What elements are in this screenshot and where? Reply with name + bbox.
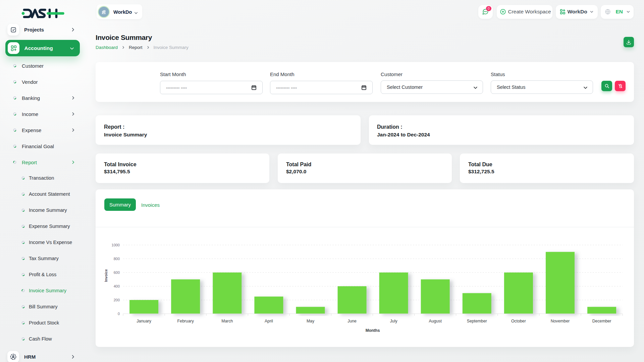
svg-text:May: May <box>307 319 315 323</box>
svg-text:0: 0 <box>118 312 120 316</box>
svg-text:March: March <box>221 319 233 323</box>
svg-text:July: July <box>390 319 398 323</box>
svg-text:October: October <box>511 319 526 323</box>
svg-text:December: December <box>592 319 611 323</box>
svg-text:200: 200 <box>114 298 120 302</box>
svg-text:September: September <box>467 319 487 323</box>
svg-text:1000: 1000 <box>112 243 120 247</box>
svg-text:April: April <box>265 319 273 323</box>
svg-text:600: 600 <box>114 270 120 275</box>
svg-text:January: January <box>137 319 152 323</box>
svg-text:400: 400 <box>114 284 120 288</box>
svg-text:800: 800 <box>114 257 120 261</box>
svg-text:June: June <box>347 319 357 323</box>
svg-text:Invoice: Invoice <box>104 269 108 282</box>
svg-text:August: August <box>429 319 442 323</box>
svg-text:Months: Months <box>366 328 380 333</box>
svg-text:November: November <box>551 319 570 323</box>
svg-text:February: February <box>177 319 194 323</box>
